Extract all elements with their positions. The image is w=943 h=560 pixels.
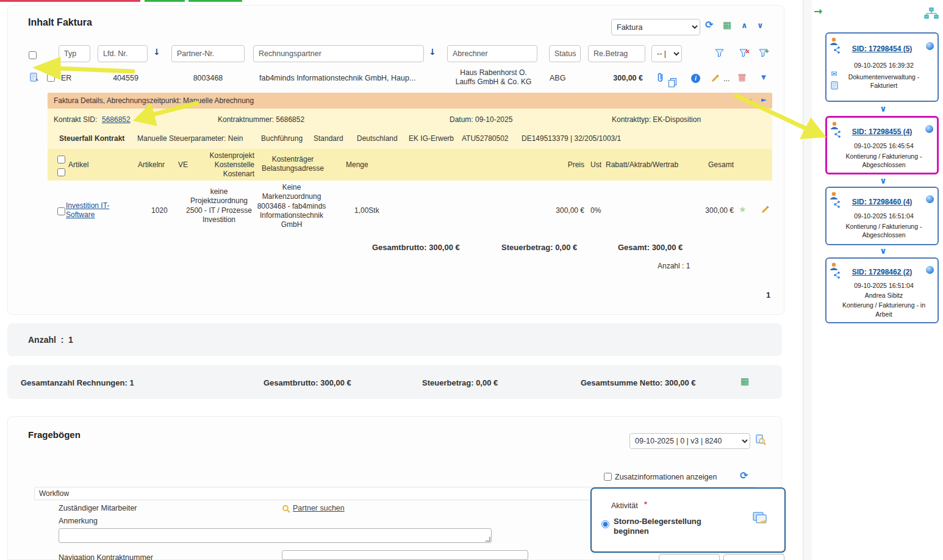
- sid-card-3[interactable]: SID: 17298460 (4) 09-10-2025 16:51:04 Ko…: [825, 187, 939, 245]
- timeline-chevron-icon-2[interactable]: ∨: [878, 176, 888, 185]
- page-number[interactable]: 1: [766, 290, 770, 300]
- row-checkbox[interactable]: [47, 74, 55, 82]
- filter-apply-icon[interactable]: [759, 49, 769, 59]
- workflow-label: Workflow: [39, 489, 69, 498]
- cell-partnernr: 8003468: [171, 74, 245, 82]
- item-preis: 300,00 €: [537, 206, 584, 215]
- document-icon[interactable]: [831, 81, 839, 92]
- filter-typ[interactable]: Typ: [59, 45, 90, 62]
- h-artikel: Artikel: [68, 160, 88, 169]
- item-row-checkbox[interactable]: [57, 207, 65, 215]
- edit-pencil-icon[interactable]: [711, 74, 720, 84]
- fragebogen-version-select[interactable]: 09-10-2025 | 0 | v3 | 8240: [629, 433, 750, 449]
- totals-calculator-icon[interactable]: ▦: [740, 377, 749, 386]
- view-select[interactable]: Faktura: [611, 19, 700, 35]
- browser-tab-fragment-green-1: [145, 0, 185, 2]
- page-size-select[interactable]: -- |: [651, 45, 682, 62]
- bottom-button-stub-2[interactable]: [723, 554, 784, 560]
- filter-rebetrag[interactable]: Re.Betrag: [588, 45, 645, 62]
- sphere-badge-icon: [925, 125, 933, 133]
- kontrakttyp: Kontrakttyp: EK-Disposition: [612, 115, 701, 124]
- card-status: Dokumentenverwaltung - Fakturiert: [826, 73, 938, 90]
- item-ust: 0%: [590, 206, 601, 215]
- copy-document-icon[interactable]: [669, 78, 676, 89]
- more-actions-button[interactable]: ...: [723, 74, 730, 83]
- item-edit-pencil-icon[interactable]: [761, 205, 770, 215]
- kontrakt-sid-link[interactable]: 5686852: [102, 115, 131, 124]
- filter-status[interactable]: Status: [549, 45, 581, 62]
- sidebar-scroll-gutter[interactable]: [803, 0, 812, 560]
- totals-gesamtanzahl: Gesamtanzahl Rechnungen: 1: [21, 378, 134, 387]
- kontrakt-sid-label: Kontrakt SID:: [54, 115, 97, 124]
- zusatzinfo-refresh-icon[interactable]: ⟳: [740, 471, 748, 481]
- search-icon[interactable]: [282, 504, 290, 515]
- org-chart-icon[interactable]: [923, 7, 939, 21]
- zusatzinfo-checkbox[interactable]: [604, 473, 612, 481]
- totals-gesamtbrutto: Gesamtbrutto: 300,00 €: [264, 378, 351, 387]
- resize-handle[interactable]: [486, 537, 490, 542]
- item-artikel-link[interactable]: Investition IT-Software: [66, 201, 122, 220]
- attachment-icon[interactable]: [656, 72, 664, 84]
- mitarbeiter-label: Zuständiger Mitarbeiter: [59, 504, 137, 512]
- collapse-details-icon[interactable]: ◄: [747, 96, 751, 103]
- preview-questionnaire-icon[interactable]: [755, 434, 766, 447]
- expand-details-icon[interactable]: ►: [761, 96, 766, 103]
- item-kostenprojekt: keine Projektzuordnung 2500 - IT / Proze…: [185, 187, 253, 224]
- filter-icon[interactable]: [715, 49, 724, 59]
- h-rabatt: Rabatt/Aktrab/Wertrab: [606, 160, 678, 169]
- favorite-star-icon[interactable]: ★: [739, 205, 747, 214]
- anmerkung-input[interactable]: [59, 528, 492, 543]
- sid-card-2[interactable]: SID: 17298455 (4) 09-10-2025 16:45:54 Ko…: [825, 116, 939, 174]
- steuer-standard: Standard: [314, 134, 343, 143]
- totals-steuerbetrag: Steuerbetrag: 0,00 €: [422, 378, 498, 387]
- datum: Datum: 09-10-2025: [450, 115, 512, 124]
- h-gesamt: Gesamt: [701, 160, 734, 169]
- card-timestamp: 09-10-2025 16:45:54: [827, 142, 937, 150]
- refresh-icon[interactable]: ⟳: [705, 20, 713, 30]
- select-all-checkbox[interactable]: [29, 51, 37, 59]
- card-status: Kontierung / Fakturierung - Abgeschlosse…: [826, 222, 938, 239]
- sort-down-icon-1[interactable]: ↓: [153, 48, 160, 56]
- filter-abrechner[interactable]: Abrechner: [447, 45, 537, 62]
- calculator-icon[interactable]: ▦: [723, 21, 731, 30]
- sid-link[interactable]: SID: 17298454 (5): [826, 45, 938, 53]
- info-icon[interactable]: [691, 74, 700, 83]
- person-share-icon: [829, 262, 842, 282]
- mail-icon[interactable]: ✉: [831, 70, 837, 77]
- sid-link[interactable]: SID: 17298455 (4): [827, 127, 937, 136]
- row-expand-caret-icon[interactable]: ▼: [761, 74, 766, 81]
- items-select-page-checkbox[interactable]: [57, 168, 65, 176]
- open-record-icon[interactable]: [30, 73, 39, 84]
- details-steuerbetrag: Steuerbetrag: 0,00 €: [501, 243, 577, 252]
- sid-card-1[interactable]: ✉ SID: 17298454 (5) 09-10-2025 16:39:32 …: [825, 32, 939, 102]
- filter-partnernr[interactable]: Partner-Nr.: [171, 45, 245, 62]
- chevron-up-icon[interactable]: ∧: [741, 21, 748, 29]
- storno-radio[interactable]: [601, 520, 609, 528]
- steuer-nummer: DE149513379 | 32/205/1003/1: [522, 134, 621, 143]
- sid-link[interactable]: SID: 17298460 (4): [826, 198, 938, 206]
- storno-doc-icon[interactable]: [751, 511, 769, 528]
- chevron-down-icon[interactable]: ∨: [757, 21, 764, 29]
- items-select-all-checkbox[interactable]: [57, 156, 65, 163]
- filter-lfdnr[interactable]: Lfd. Nr.: [98, 45, 148, 62]
- item-gesamt: 300,00 €: [689, 206, 734, 215]
- h-kostenprojekt: Kostenprojekt Kostenstelle Kostenart: [187, 151, 254, 179]
- sphere-badge-icon: [926, 266, 934, 274]
- cell-typ: ER: [61, 74, 71, 82]
- navigation-kontraktnummer-input[interactable]: [282, 550, 528, 560]
- timeline-chevron-icon-1[interactable]: ∨: [878, 104, 888, 113]
- filter-rechnungspartner[interactable]: Rechnungspartner: [253, 45, 424, 62]
- sphere-badge-icon: [926, 195, 934, 203]
- sid-card-4[interactable]: SID: 17298462 (2) 09-10-2025 16:51:04 An…: [825, 257, 939, 323]
- bottom-button-stub-1[interactable]: [659, 554, 720, 560]
- filter-remove-icon[interactable]: [739, 49, 750, 59]
- card-user: Andrea Sibitz: [826, 291, 938, 300]
- timeline-chevron-icon-3[interactable]: ∨: [878, 246, 888, 256]
- sid-link[interactable]: SID: 17298462 (2): [826, 268, 938, 276]
- card-timestamp: 09-10-2025 16:51:04: [826, 212, 938, 220]
- card-status: Kontierung / Fakturierung - in Arbeit: [826, 301, 938, 318]
- delete-icon[interactable]: [738, 73, 746, 84]
- partner-suchen-link[interactable]: Partner suchen: [293, 504, 345, 512]
- details-info-block: [48, 109, 772, 149]
- sort-down-icon-2[interactable]: ↓: [429, 48, 436, 56]
